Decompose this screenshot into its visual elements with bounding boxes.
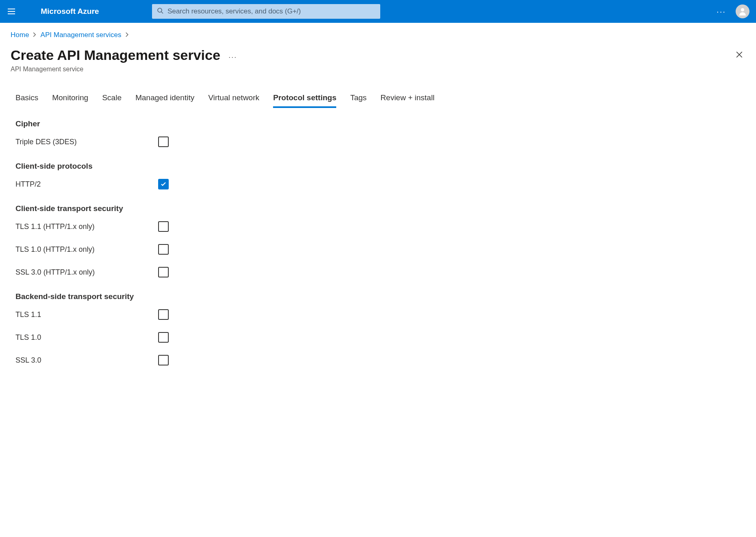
page-header: Create API Management service ··· — [11, 47, 745, 63]
topbar-right: ··· — [716, 4, 749, 18]
breadcrumb-home[interactable]: Home — [11, 31, 29, 39]
tab-managed-identity[interactable]: Managed identity — [135, 93, 194, 108]
section-title-client-protocols: Client-side protocols — [15, 162, 745, 171]
row-backend-tls11: TLS 1.1 — [15, 306, 745, 323]
checkbox-client-tls11[interactable] — [158, 221, 169, 232]
header-more-icon[interactable]: ··· — [229, 53, 237, 62]
label-client-tls10: TLS 1.0 (HTTP/1.x only) — [15, 245, 158, 254]
hamburger-menu-icon[interactable] — [7, 7, 16, 16]
checkbox-triple-des[interactable] — [158, 136, 169, 147]
tab-bar: Basics Monitoring Scale Managed identity… — [15, 93, 745, 108]
tab-tags[interactable]: Tags — [350, 93, 366, 108]
checkbox-backend-tls11[interactable] — [158, 309, 169, 320]
svg-point-2 — [741, 8, 744, 11]
search-box[interactable] — [152, 4, 380, 19]
svg-point-0 — [158, 8, 162, 12]
page-title: Create API Management service — [11, 47, 220, 63]
row-http2: HTTP/2 — [15, 176, 745, 193]
chevron-right-icon — [33, 31, 36, 39]
row-client-ssl30: SSL 3.0 (HTTP/1.x only) — [15, 264, 745, 281]
section-client-transport: Client-side transport security TLS 1.1 (… — [15, 204, 745, 281]
label-backend-tls11: TLS 1.1 — [15, 310, 158, 319]
section-title-client-transport: Client-side transport security — [15, 204, 745, 213]
label-client-ssl30: SSL 3.0 (HTTP/1.x only) — [15, 268, 158, 277]
label-backend-ssl30: SSL 3.0 — [15, 356, 158, 365]
section-title-backend-transport: Backend-side transport security — [15, 292, 745, 301]
label-client-tls11: TLS 1.1 (HTTP/1.x only) — [15, 222, 158, 231]
label-backend-tls10: TLS 1.0 — [15, 333, 158, 342]
label-triple-des: Triple DES (3DES) — [15, 138, 158, 146]
tab-basics[interactable]: Basics — [15, 93, 38, 108]
svg-line-1 — [161, 12, 163, 13]
section-client-protocols: Client-side protocols HTTP/2 — [15, 162, 745, 193]
search-input[interactable] — [168, 7, 375, 15]
section-title-cipher: Cipher — [15, 119, 745, 128]
more-actions-icon[interactable]: ··· — [716, 7, 726, 16]
row-backend-tls10: TLS 1.0 — [15, 329, 745, 346]
row-client-tls11: TLS 1.1 (HTTP/1.x only) — [15, 218, 745, 235]
top-bar: Microsoft Azure ··· — [0, 0, 756, 23]
content-area: Home API Management services Create API … — [0, 23, 756, 383]
tab-virtual-network[interactable]: Virtual network — [208, 93, 259, 108]
section-cipher: Cipher Triple DES (3DES) — [15, 119, 745, 150]
checkbox-client-ssl30[interactable] — [158, 267, 169, 277]
search-icon — [157, 7, 163, 15]
row-triple-des: Triple DES (3DES) — [15, 133, 745, 150]
checkbox-backend-tls10[interactable] — [158, 332, 169, 343]
close-button[interactable] — [733, 48, 745, 62]
tab-scale[interactable]: Scale — [102, 93, 122, 108]
user-avatar[interactable] — [736, 4, 749, 18]
checkbox-client-tls10[interactable] — [158, 244, 169, 255]
breadcrumb: Home API Management services — [11, 31, 745, 39]
chevron-right-icon — [126, 31, 129, 39]
tab-protocol-settings[interactable]: Protocol settings — [273, 93, 336, 108]
row-backend-ssl30: SSL 3.0 — [15, 352, 745, 369]
label-http2: HTTP/2 — [15, 180, 158, 189]
brand-label[interactable]: Microsoft Azure — [41, 7, 99, 16]
breadcrumb-services[interactable]: API Management services — [40, 31, 121, 39]
section-backend-transport: Backend-side transport security TLS 1.1 … — [15, 292, 745, 369]
tab-review-install[interactable]: Review + install — [381, 93, 435, 108]
row-client-tls10: TLS 1.0 (HTTP/1.x only) — [15, 241, 745, 258]
checkbox-http2[interactable] — [158, 179, 169, 189]
page-subtitle: API Management service — [11, 66, 745, 73]
tab-monitoring[interactable]: Monitoring — [52, 93, 88, 108]
checkbox-backend-ssl30[interactable] — [158, 355, 169, 365]
